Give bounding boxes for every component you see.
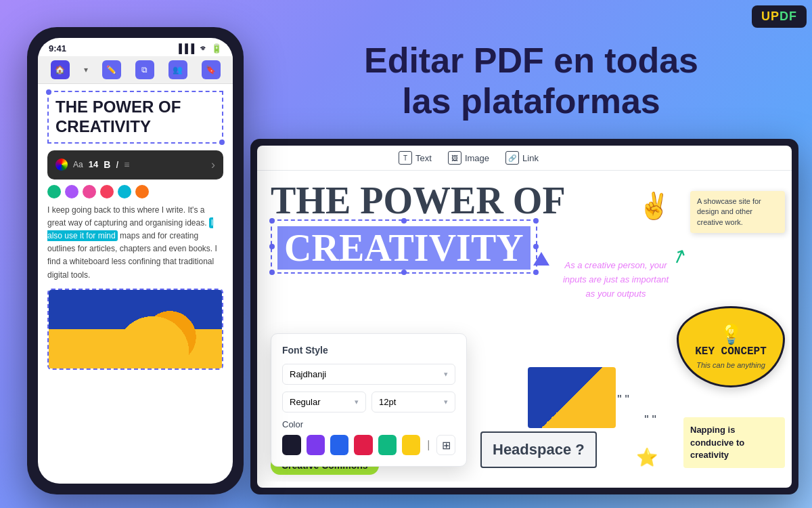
- link-icon: 🔗: [505, 151, 519, 165]
- color-cyan[interactable]: [118, 185, 131, 198]
- scribble-right: " ": [617, 393, 629, 407]
- font-chevron: ▾: [444, 370, 448, 379]
- image-tool-label: Image: [465, 153, 489, 163]
- color-label: Color: [282, 419, 455, 429]
- font-name-select[interactable]: Rajdhanji ▾: [282, 364, 455, 385]
- key-concept-sub: This can be anything: [696, 360, 765, 371]
- bold-button[interactable]: B: [104, 158, 110, 172]
- phone-toolbar[interactable]: 🏠 ▾ ✏️ ⧉ 👥 🔖: [38, 56, 233, 84]
- phone-statusbar: 9:41 ▌▌▌ ᯤ 🔋: [38, 38, 233, 56]
- panel-title: Font Style: [282, 345, 455, 356]
- phone-mockup: 9:41 ▌▌▌ ᯤ 🔋 🏠 ▾ ✏️ ⧉ 👥 🔖 THE POWER OF C…: [27, 27, 244, 494]
- swatch-red[interactable]: [354, 435, 372, 455]
- phone-content: THE POWER OF CREATIVITY Aa 14 B I ≡ › ›: [38, 84, 233, 377]
- swatch-yellow[interactable]: [402, 435, 420, 455]
- headspace-box: Headspace ?: [480, 431, 597, 468]
- key-concept-text: KEY CONCEPT: [695, 345, 767, 358]
- text-tool-label: Text: [415, 153, 432, 163]
- color-purple[interactable]: [65, 185, 78, 198]
- phone-body-text: I keep going back to this where I write.…: [47, 204, 223, 282]
- scribble-left: " ": [644, 413, 656, 427]
- desktop-mockup: T Text 🖼 Image 🔗 Link THE POWER OF: [250, 139, 798, 494]
- phone-home-icon[interactable]: 🏠: [51, 60, 70, 79]
- phone-screen: 9:41 ▌▌▌ ᯤ 🔋 🏠 ▾ ✏️ ⧉ 👥 🔖 THE POWER OF C…: [38, 38, 233, 484]
- image-icon: 🖼: [448, 151, 461, 165]
- color-orange[interactable]: [135, 185, 149, 198]
- headline-text: Editar PDF en todas las plataformas: [291, 41, 771, 122]
- phone-copy-icon[interactable]: ⧉: [135, 60, 154, 79]
- highlighted-creativity: CREATIVITY: [277, 226, 531, 270]
- phone-format-bar[interactable]: Aa 14 B I ≡ ›: [47, 150, 223, 179]
- link-tool-label: Link: [522, 153, 539, 163]
- desktop-sunflower: [528, 367, 616, 428]
- showcase-note: A showcase site for design and other cre…: [690, 191, 785, 233]
- title-selection: CREATIVITY: [271, 219, 537, 274]
- list-button[interactable]: ≡: [124, 158, 129, 172]
- font-weight-select[interactable]: Regular ▾: [282, 391, 366, 412]
- desktop-screen: T Text 🖼 Image 🔗 Link THE POWER OF: [257, 146, 792, 488]
- more-button[interactable]: ›: [211, 156, 215, 174]
- phone-bookmark-icon[interactable]: 🔖: [202, 60, 221, 79]
- phone-image-box: [47, 289, 223, 370]
- sunflower-image: [49, 290, 222, 368]
- size-chevron: ▾: [444, 398, 448, 406]
- updf-logo[interactable]: UPDF: [752, 5, 807, 28]
- phone-users-icon[interactable]: 👥: [168, 60, 187, 79]
- font-size-select[interactable]: 12pt ▾: [371, 391, 455, 412]
- headspace-label: Headspace ?: [493, 441, 585, 458]
- more-colors-button[interactable]: ⊞: [436, 435, 455, 455]
- title-line1: THE POWER OF: [271, 179, 566, 221]
- font-name-value: Rajdhanji: [290, 369, 326, 379]
- desktop-toolbar: T Text 🖼 Image 🔗 Link: [257, 146, 792, 171]
- star-icon: ⭐: [636, 447, 658, 468]
- swatch-purple[interactable]: [307, 435, 325, 455]
- divider: |: [427, 439, 430, 451]
- font-weight-value: Regular: [290, 397, 321, 407]
- napping-text: Napping is conducive to creativity: [690, 425, 744, 459]
- highlighted-text: I also use it for mind: [47, 217, 213, 241]
- phone-edit-icon[interactable]: ✏️: [102, 60, 121, 79]
- swatch-black[interactable]: [282, 435, 301, 455]
- font-size: 14: [89, 158, 98, 171]
- image-tool[interactable]: 🖼 Image: [448, 151, 489, 165]
- font-style-row: Regular ▾ 12pt ▾: [282, 391, 455, 412]
- color-red[interactable]: [100, 185, 114, 198]
- phone-chevron-down[interactable]: ▾: [84, 65, 88, 75]
- phone-time: 9:41: [49, 43, 66, 54]
- weight-chevron: ▾: [355, 398, 359, 406]
- phone-title: THE POWER OF CREATIVITY: [55, 98, 215, 137]
- peace-icon: ✌️: [638, 191, 670, 221]
- showcase-text: A showcase site for design and other cre…: [697, 197, 761, 226]
- color-pink[interactable]: [83, 185, 96, 198]
- more-colors-button[interactable]: ›: [156, 185, 159, 201]
- cursor: [533, 252, 549, 266]
- swatch-green[interactable]: [378, 435, 397, 455]
- napping-note: Napping is conducive to creativity: [683, 417, 785, 468]
- swatch-blue[interactable]: [330, 435, 348, 455]
- phone-title-box: THE POWER OF CREATIVITY: [47, 91, 223, 144]
- font-panel: Font Style Rajdhanji ▾ Regular ▾ 12: [271, 333, 467, 467]
- font-size-value: 12pt: [379, 397, 396, 407]
- text-icon: T: [399, 151, 412, 165]
- phone-signal: ▌▌▌ ᯤ 🔋: [179, 43, 222, 54]
- color-swatches: | ⊞: [282, 435, 455, 455]
- link-tool[interactable]: 🔗 Link: [505, 151, 539, 165]
- logo-df: DF: [780, 9, 797, 23]
- logo-up: UP: [761, 9, 780, 23]
- color-green[interactable]: [47, 185, 61, 198]
- bulb-icon: 💡: [719, 323, 743, 345]
- text-tool[interactable]: T Text: [399, 151, 432, 165]
- font-label: Aa: [73, 158, 83, 171]
- italic-button[interactable]: I: [116, 158, 118, 172]
- color-picker-icon[interactable]: [55, 158, 68, 171]
- italic-caption: As a creative person, your inputs are ju…: [562, 259, 670, 301]
- format-colors: ›: [47, 185, 223, 201]
- key-concept-cloud: 💡 KEY CONCEPT This can be anything: [677, 306, 785, 387]
- headline: Editar PDF en todas las plataformas: [291, 41, 771, 122]
